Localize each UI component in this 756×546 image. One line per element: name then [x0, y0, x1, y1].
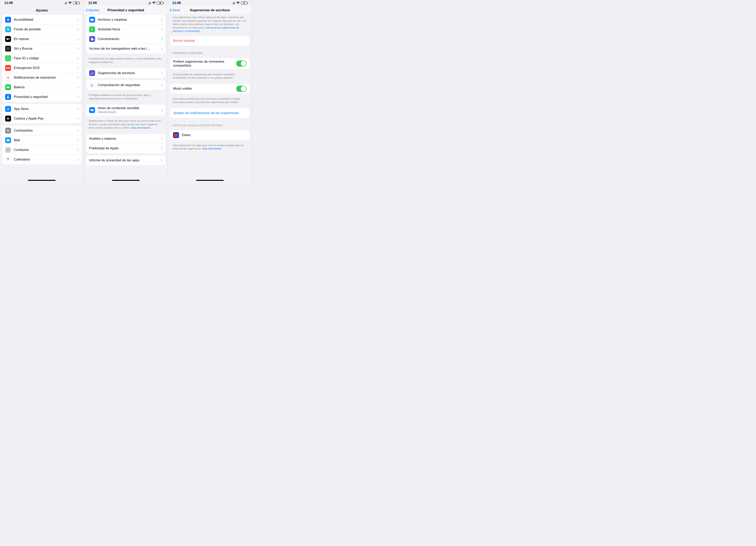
row-label: Mail	[14, 138, 75, 142]
row-label: Informe de privacidad de las apps	[89, 158, 159, 162]
chevron-right-icon	[161, 38, 162, 40]
row-label: App Store	[14, 107, 75, 111]
wifi-icon	[236, 2, 240, 4]
chevron-left-icon	[86, 8, 88, 12]
row-label: Emergencia SOS	[14, 66, 75, 70]
svg-rect-31	[8, 159, 8, 160]
chevron-right-icon	[77, 28, 79, 31]
back-button[interactable]: Atrás	[170, 8, 180, 12]
passwords-icon	[5, 128, 11, 133]
battery-icon: 47	[241, 1, 247, 5]
suggestions-list[interactable]: Las sugerencias solo utilizan datos de l…	[168, 15, 252, 182]
row-cartera-y-apple-pay[interactable]: Cartera y Apple Pay	[2, 114, 81, 123]
page-title: Ajustes	[36, 8, 48, 12]
row-acceso-de-los-navegadores-web-[interactable]: Acceso de los navegadores web a las l…	[86, 44, 165, 53]
cellular-icon	[64, 2, 67, 4]
exposure-icon	[5, 75, 11, 81]
wifi-icon	[152, 2, 156, 4]
footer-note: A medida que las apps soliciten acceso, …	[84, 56, 168, 66]
row-face-id-y-co-digo[interactable]: Face ID y código	[2, 53, 81, 63]
pane-settings: 11:06 48 Ajustes AccesibilidadFondo de p…	[0, 0, 84, 182]
home-indicator[interactable]	[196, 180, 224, 181]
row-accesibilidad[interactable]: Accesibilidad	[2, 15, 81, 24]
pane-writing-suggestions: 11:06 47 Atrás Sugerencias de escritura …	[168, 0, 252, 182]
chevron-right-icon	[77, 117, 79, 120]
row-fondo-de-pantalla[interactable]: Fondo de pantalla	[2, 24, 81, 34]
toggle-visible-mode[interactable]: Modo visible	[170, 84, 249, 94]
svg-rect-27	[9, 150, 9, 150]
svg-rect-34	[8, 160, 8, 160]
row-label: Análisis y mejoras	[89, 137, 159, 141]
row-label: Publicidad de Apple	[89, 146, 159, 150]
svg-rect-7	[7, 38, 8, 40]
svg-rect-25	[9, 149, 9, 149]
svg-point-6	[7, 29, 7, 30]
chevron-right-icon	[77, 76, 79, 79]
standby-icon	[5, 36, 11, 42]
section-header-apps: APPS QUE USAN EL ACCESO PRIVADO	[168, 120, 252, 128]
row-emergencia-sos[interactable]: SOSEmergencia SOS	[2, 63, 81, 73]
privacy-list[interactable]: Archivos y carpetasActividad físicaConce…	[84, 15, 168, 182]
row-contactos[interactable]: Contactos	[2, 145, 81, 155]
row-siri-y-buscar[interactable]: Siri y Buscar	[2, 44, 81, 53]
cellular-icon	[232, 2, 235, 4]
calendar-icon	[5, 156, 11, 162]
row-mail[interactable]: Mail	[2, 135, 81, 145]
row-comprobacio-n-de-seguridad[interactable]: Comprobación de seguridad	[86, 80, 165, 90]
row-aviso-de-contenido-sensible[interactable]: Aviso de contenido sensibleDesactivado	[86, 105, 165, 116]
chevron-right-icon	[77, 38, 79, 40]
faceid-icon	[5, 55, 11, 61]
status-right: 48	[64, 1, 79, 5]
row-label: Actividad física	[98, 27, 159, 31]
home-indicator[interactable]	[112, 180, 140, 181]
svg-rect-20	[7, 119, 9, 119]
more-info-link[interactable]: Más información…	[131, 126, 153, 129]
back-button[interactable]: Ajustes	[86, 8, 99, 12]
fitness-icon	[89, 26, 95, 32]
row-ana-lisis-y-mejoras[interactable]: Análisis y mejoras	[86, 134, 165, 144]
row-informe-de-privacidad-de-las-a[interactable]: Informe de privacidad de las apps	[86, 156, 165, 165]
journal-app-icon	[173, 132, 179, 138]
back-label: Atrás	[172, 8, 180, 12]
row-concentracio-n[interactable]: Concentración	[86, 34, 165, 44]
row-label: Cartera y Apple Pay	[14, 117, 75, 120]
row-app-store[interactable]: App Store	[2, 104, 81, 114]
chevron-right-icon	[161, 72, 162, 74]
svg-rect-33	[7, 160, 7, 160]
home-indicator[interactable]	[28, 180, 56, 181]
footer-note: Se priorizarán las sugerencias que inclu…	[168, 71, 252, 81]
svg-rect-29	[7, 158, 10, 159]
focus-icon	[89, 36, 95, 42]
row-archivos-y-carpetas[interactable]: Archivos y carpetas	[86, 15, 165, 24]
toggle-prefer-shared[interactable]: Preferir sugerencias de momentos compart…	[170, 58, 249, 69]
svg-rect-18	[7, 118, 9, 119]
notification-settings-link[interactable]: Ajustes de notificaciones de las sugeren…	[170, 108, 249, 118]
switch-icon[interactable]	[236, 60, 246, 67]
status-right: 48	[147, 1, 163, 5]
svg-point-24	[7, 149, 8, 150]
clear-history-button[interactable]: Borrar historial	[170, 36, 249, 46]
footer-note: Detecta fotos y vídeos de desnudos antes…	[84, 118, 168, 131]
wallpaper-icon	[5, 26, 11, 32]
wand-icon	[89, 70, 95, 76]
row-label: Accesibilidad	[14, 18, 75, 22]
row-contrasen-as[interactable]: Contraseñas	[2, 126, 81, 135]
row-en-reposo[interactable]: En reposo	[2, 34, 81, 44]
more-info-link[interactable]: Más información	[202, 147, 221, 150]
row-label: Acceso de los navegadores web a las l…	[89, 47, 159, 51]
chevron-right-icon	[77, 107, 79, 110]
accessibility-icon	[5, 17, 11, 23]
row-sugerencias-de-escritura[interactable]: Sugerencias de escritura	[86, 68, 165, 78]
row-actividad-fi-sica[interactable]: Actividad física	[86, 24, 165, 34]
switch-icon[interactable]	[236, 86, 246, 92]
app-row-diario[interactable]: Diario	[170, 130, 249, 140]
row-privacidad-y-seguridad[interactable]: Privacidad y seguridad	[2, 92, 81, 102]
row-notificaciones-de-exposicio-n[interactable]: Notificaciones de exposición	[2, 73, 81, 82]
row-publicidad-de-apple[interactable]: Publicidad de Apple	[86, 144, 165, 153]
svg-rect-30	[7, 159, 7, 160]
row-bateri-a[interactable]: Batería	[2, 82, 81, 92]
svg-point-2	[8, 29, 9, 30]
row-label: Siri y Buscar	[14, 47, 75, 51]
settings-list[interactable]: AccesibilidadFondo de pantallaEn reposoS…	[0, 15, 84, 182]
row-calendario[interactable]: Calendario	[2, 155, 81, 164]
